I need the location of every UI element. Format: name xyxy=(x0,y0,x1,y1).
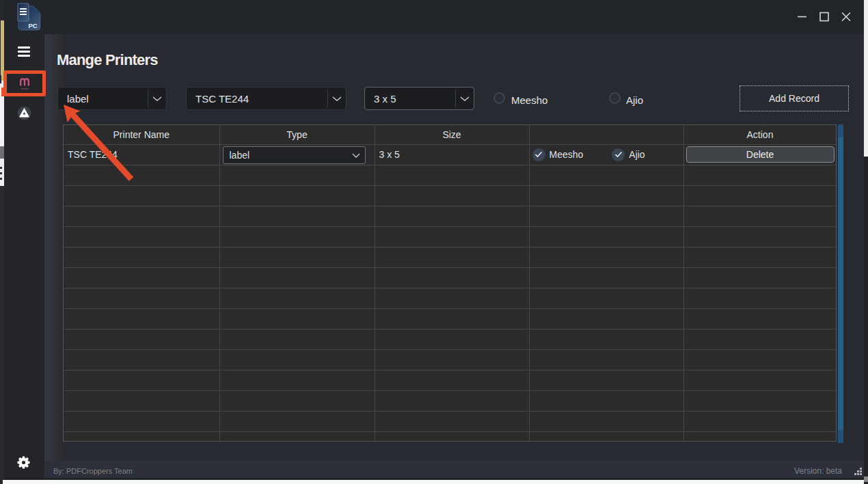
svg-text:PC: PC xyxy=(28,22,37,29)
